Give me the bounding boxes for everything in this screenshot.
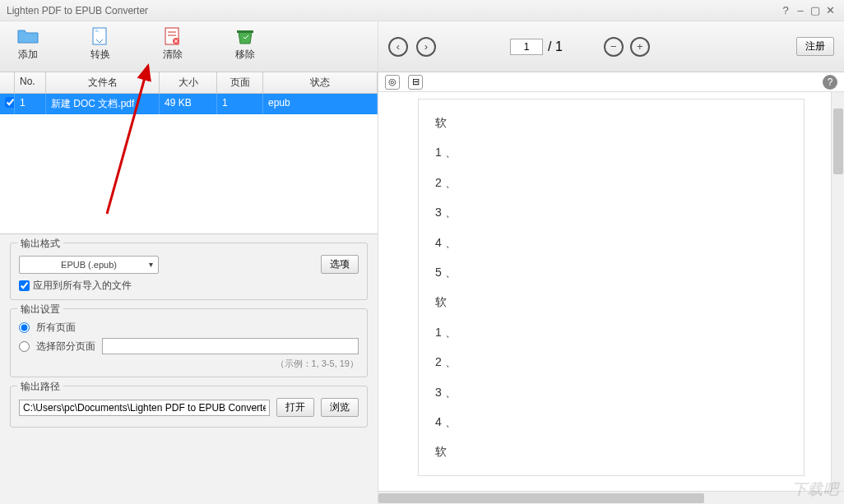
page-number-input[interactable] [510,39,543,55]
output-path-input[interactable] [19,400,270,416]
register-button[interactable]: 注册 [796,37,834,56]
path-legend: 输出路径 [17,380,63,394]
maximize-icon[interactable]: ▢ [808,4,823,16]
row-filename: 新建 DOC 文档.pdf [46,94,160,114]
remove-label: 移除 [235,48,255,62]
preview-nav: ‹ › / 1 − + 注册 [378,21,844,72]
titlebar: Lighten PDF to EPUB Converter ? – ▢ ✕ [0,0,844,21]
open-button[interactable]: 打开 [276,398,314,417]
fit-page-icon[interactable]: ◎ [385,75,400,90]
remove-button[interactable]: 移除 [234,26,257,67]
app-title: Lighten PDF to EPUB Converter [7,5,778,16]
svg-rect-0 [93,28,106,44]
row-checkbox[interactable] [5,97,15,108]
clear-button[interactable]: 清除 [161,26,184,67]
preview-page: 软1 、2 、3 、4 、5 、软1 、2 、3 、4 、软 [418,99,805,476]
table-header: No. 文件名 大小 页面 状态 [0,72,378,94]
format-select[interactable]: EPUB (.epub) [19,256,159,274]
output-pages-group: 输出设置 所有页面 选择部分页面 （示例：1, 3-5, 19） [10,308,368,377]
folder-icon [16,26,39,46]
convert-button[interactable]: 转换 [89,26,112,67]
page-hint: （示例：1, 3-5, 19） [19,358,359,370]
table-row[interactable]: 1 新建 DOC 文档.pdf 49 KB 1 epub [0,94,378,114]
row-status: epub [263,94,378,114]
row-size: 49 KB [160,94,217,114]
close-icon[interactable]: ✕ [823,4,837,16]
row-no: 1 [15,94,46,114]
format-legend: 输出格式 [17,237,63,251]
page-range-input[interactable] [102,338,359,354]
apply-all-checkbox[interactable]: 应用到所有导入的文件 [19,279,359,293]
row-page: 1 [217,94,263,114]
add-button[interactable]: 添加 [16,26,39,67]
preview-pane: 软1 、2 、3 、4 、5 、软1 、2 、3 、4 、软 [378,92,844,504]
col-size: 大小 [160,72,217,93]
clear-label: 清除 [163,48,183,62]
select-pages-radio[interactable]: 选择部分页面 [19,338,359,354]
main-toolbar: 添加 转换 清除 移除 [0,21,378,72]
browse-button[interactable]: 浏览 [321,398,359,417]
convert-icon [89,26,112,46]
scrollbar-horizontal[interactable] [378,491,844,504]
minimize-icon[interactable]: – [793,4,808,16]
preview-help-icon[interactable]: ? [823,75,837,90]
zoom-out-button[interactable]: − [604,37,624,57]
fit-width-icon[interactable]: ⊟ [408,75,423,90]
prev-page-button[interactable]: ‹ [388,37,408,57]
col-page: 页面 [217,72,263,93]
col-status: 状态 [263,72,378,93]
zoom-in-button[interactable]: + [630,37,650,57]
pages-legend: 输出设置 [17,303,63,317]
convert-label: 转换 [90,48,110,62]
col-name: 文件名 [46,72,160,93]
all-pages-radio[interactable]: 所有页面 [19,321,359,335]
options-button[interactable]: 选项 [321,255,359,274]
col-no: No. [15,72,46,93]
page-total: / 1 [548,39,563,54]
output-path-group: 输出路径 打开 浏览 [10,386,368,428]
add-label: 添加 [18,48,38,62]
help-icon[interactable]: ? [778,4,793,16]
trash-icon [234,26,257,46]
clear-icon [161,26,184,46]
next-page-button[interactable]: › [416,37,436,57]
scrollbar-vertical[interactable] [831,92,844,504]
output-format-group: 输出格式 EPUB (.epub) 选项 应用到所有导入的文件 [10,243,368,300]
watermark: 下载吧 [792,479,839,499]
